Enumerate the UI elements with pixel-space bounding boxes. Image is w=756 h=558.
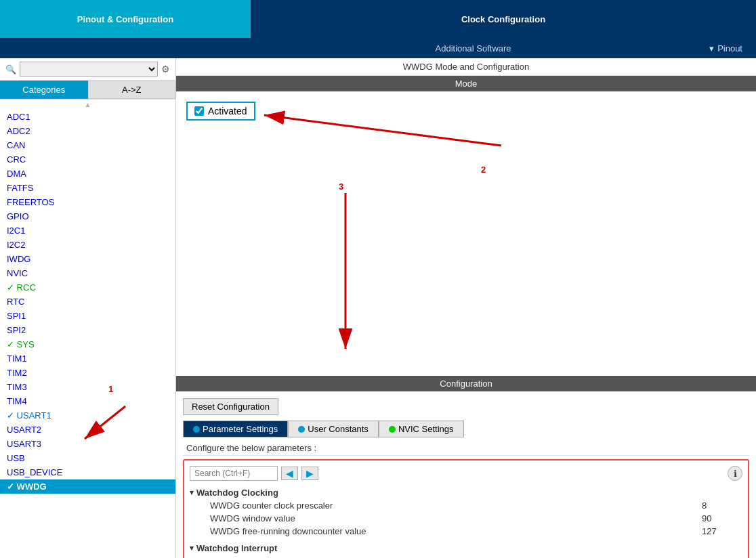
sidebar-item-iwdg[interactable]: IWDG xyxy=(0,252,175,266)
param-tab-dot xyxy=(193,426,200,433)
param-label-prescaler: WWDG counter clock prescaler xyxy=(210,500,333,511)
param-label-downcounter: WWDG free-running downcounter value xyxy=(210,526,366,536)
config-tabs-row: Parameter Settings User Constants NVIC S… xyxy=(183,421,749,437)
watchdog-clocking-header: Watchdog Clocking xyxy=(190,486,742,499)
sidebar-item-sys[interactable]: ✓ SYS xyxy=(0,337,175,351)
param-box: ◀ ▶ ℹ Watchdog Clocking WWDG counter clo… xyxy=(183,459,749,558)
sidebar-item-usb[interactable]: USB xyxy=(0,451,175,465)
scroll-up-indicator: ▲ xyxy=(0,100,175,110)
user-tab-dot xyxy=(298,426,305,433)
sidebar-search-row: 🔍 ⚙ xyxy=(0,58,175,81)
sidebar-item-i2c2[interactable]: I2C2 xyxy=(0,238,175,252)
sidebar-item-fatfs[interactable]: FATFS xyxy=(0,181,175,195)
param-description: Configure the below parameters : xyxy=(183,441,749,456)
tab-user-constants[interactable]: User Constants xyxy=(288,421,379,437)
sidebar-item-tim1[interactable]: TIM1 xyxy=(0,351,175,366)
clock-label: Clock Configuration xyxy=(461,14,545,24)
reset-config-button[interactable]: Reset Configuration xyxy=(183,398,278,415)
param-value-window: 90 xyxy=(702,513,742,523)
nvic-tab-label: NVIC Settings xyxy=(398,424,454,434)
tab-az[interactable]: A->Z xyxy=(88,81,176,99)
sidebar-item-spi2[interactable]: SPI2 xyxy=(0,323,175,337)
sidebar-item-tim4[interactable]: TIM4 xyxy=(0,394,175,408)
param-label-window: WWDG window value xyxy=(210,513,295,523)
clock-config-header[interactable]: Clock Configuration xyxy=(251,0,756,38)
sidebar-item-dma[interactable]: DMA xyxy=(0,167,175,181)
param-tab-label: Parameter Settings xyxy=(203,424,278,434)
nvic-tab-dot xyxy=(389,426,396,433)
config-content: Reset Configuration Parameter Settings U… xyxy=(176,391,756,558)
pinout-label: Pinout & Configuration xyxy=(77,14,173,24)
sidebar-item-freertos[interactable]: FREERTOS xyxy=(0,195,175,209)
sidebar-item-spi1[interactable]: SPI1 xyxy=(0,309,175,323)
tab-parameter-settings[interactable]: Parameter Settings xyxy=(183,421,288,437)
sidebar-tabs: Categories A->Z xyxy=(0,81,175,100)
user-tab-label: User Constants xyxy=(308,424,369,434)
sidebar-item-rtc[interactable]: RTC xyxy=(0,295,175,309)
tab-nvic-settings[interactable]: NVIC Settings xyxy=(379,421,464,437)
activated-label: Activated xyxy=(208,106,247,116)
info-button[interactable]: ℹ xyxy=(728,466,742,481)
sidebar-item-rcc[interactable]: ✓ RCC xyxy=(0,280,175,295)
param-row-window: WWDG window value 90 xyxy=(190,512,742,525)
pinout-config-header: Pinout & Configuration xyxy=(0,0,251,38)
subheader-left xyxy=(0,38,251,58)
sidebar-item-tim3[interactable]: TIM3 xyxy=(0,380,175,394)
tab-categories[interactable]: Categories xyxy=(0,81,88,99)
additional-software-link[interactable]: Additional Software xyxy=(251,43,696,53)
nav-next-button[interactable]: ▶ xyxy=(301,467,318,480)
param-row-early-wakeup: Early wakeup interrupt Enable xyxy=(190,555,742,558)
nav-prev-button[interactable]: ◀ xyxy=(281,467,298,480)
mode-content: Activated 2 3 xyxy=(176,91,756,376)
sidebar-item-usart2[interactable]: USART2 xyxy=(0,423,175,437)
sidebar-item-usb_device[interactable]: USB_DEVICE xyxy=(0,465,175,479)
sidebar-item-adc2[interactable]: ADC2 xyxy=(0,124,175,138)
sidebar-item-usart1[interactable]: ✓ USART1 xyxy=(0,408,175,423)
sidebar-list: ADC1ADC2CANCRCDMAFATFSFREERTOSGPIOI2C1I2… xyxy=(0,110,175,558)
pinout-dropdown[interactable]: Pinout xyxy=(696,43,756,53)
sidebar-item-adc1[interactable]: ADC1 xyxy=(0,110,175,124)
search-icon: 🔍 xyxy=(5,64,16,74)
mode-header: Mode xyxy=(176,76,756,91)
activated-checkbox-container: Activated xyxy=(186,102,255,121)
activated-checkbox[interactable] xyxy=(194,106,204,116)
content-area: WWDG Mode and Configuration Mode Activat… xyxy=(176,58,756,558)
param-row-downcounter: WWDG free-running downcounter value 127 xyxy=(190,525,742,538)
param-search-input[interactable] xyxy=(190,466,278,481)
sidebar-item-tim2[interactable]: TIM2 xyxy=(0,366,175,380)
watchdog-interrupt-group: Watchdog Interrupt Early wakeup interrup… xyxy=(190,542,742,558)
param-value-prescaler: 8 xyxy=(702,500,742,511)
svg-line-1 xyxy=(264,115,501,146)
svg-text:2: 2 xyxy=(481,165,486,175)
subheader-right: Additional Software Pinout xyxy=(251,38,756,58)
sidebar-item-crc[interactable]: CRC xyxy=(0,152,175,167)
sidebar-item-nvic[interactable]: NVIC xyxy=(0,266,175,280)
sidebar-item-i2c1[interactable]: I2C1 xyxy=(0,223,175,238)
param-search-row: ◀ ▶ ℹ xyxy=(190,466,742,481)
watchdog-interrupt-header: Watchdog Interrupt xyxy=(190,542,742,555)
param-row-prescaler: WWDG counter clock prescaler 8 xyxy=(190,499,742,512)
sidebar-item-usart3[interactable]: USART3 xyxy=(0,437,175,451)
watchdog-clocking-group: Watchdog Clocking WWDG counter clock pre… xyxy=(190,486,742,538)
sidebar: 🔍 ⚙ Categories A->Z ▲ ADC1ADC2CANCRCDMAF… xyxy=(0,58,176,558)
sidebar-item-gpio[interactable]: GPIO xyxy=(0,209,175,223)
config-header: Configuration xyxy=(176,376,756,391)
param-value-downcounter: 127 xyxy=(702,526,742,536)
wwdg-title: WWDG Mode and Configuration xyxy=(176,58,756,76)
gear-icon[interactable]: ⚙ xyxy=(161,64,170,74)
sidebar-item-can[interactable]: CAN xyxy=(0,138,175,152)
svg-text:3: 3 xyxy=(339,181,343,192)
search-dropdown[interactable] xyxy=(20,62,158,77)
annotation-svg: 2 3 xyxy=(176,91,756,376)
sidebar-item-wwdg[interactable]: ✓ WWDG xyxy=(0,479,175,494)
